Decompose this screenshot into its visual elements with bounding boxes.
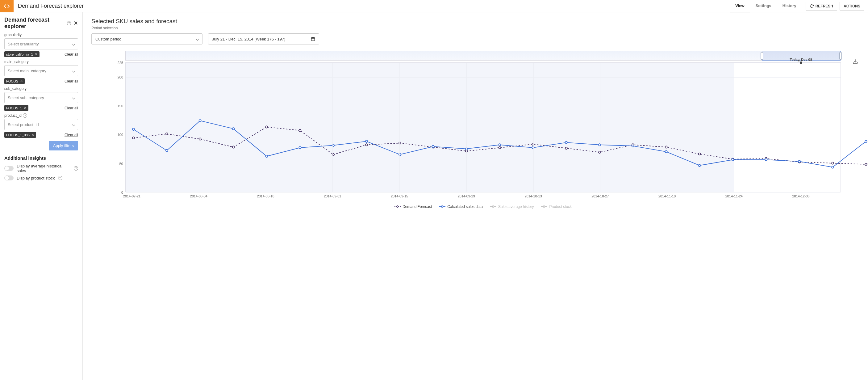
x-tick-label: 2014-09-15 [391,194,408,198]
sidebar-title-text: Demand forecast explorer [4,17,65,30]
svg-point-48 [732,158,734,160]
svg-point-7 [199,138,201,140]
toggle-switch-0[interactable] [4,166,13,171]
svg-point-50 [798,160,800,163]
filter-select-granularity[interactable]: Select granularity [4,38,78,50]
chip-remove-icon[interactable]: ✕ [20,79,23,83]
header-tab-settings[interactable]: Settings [750,0,777,12]
chevron-down-icon [72,123,75,126]
legend-item[interactable]: Calculated sales data [439,205,483,209]
svg-point-52 [865,140,867,142]
chart-minimap[interactable] [125,51,841,61]
y-tick-label: 0 [121,191,123,194]
svg-point-35 [299,146,301,149]
code-icon [3,3,10,9]
filter-placeholder: Select main_category [8,68,46,73]
x-tick-label: 2014-10-27 [591,194,609,198]
legend-marker [541,205,547,208]
period-mode-select[interactable]: Custom period [91,33,203,45]
filter-granularity: granularitySelect granularitystore_calif… [4,33,78,57]
header-tab-history[interactable]: History [777,0,802,12]
svg-point-22 [699,153,701,155]
chip-remove-icon[interactable]: ✕ [35,52,38,56]
filter-sub_category: sub_categorySelect sub_categoryFOODS_1✕C… [4,87,78,111]
chart-plot[interactable]: Today, Dec 08 0501001502002252014-07-212… [125,62,841,192]
help-icon[interactable]: ? [67,21,71,25]
svg-point-38 [399,153,401,156]
filter-label-main_category: main_category [4,60,78,64]
help-icon[interactable]: ? [74,166,78,171]
help-icon[interactable]: ? [58,176,62,180]
filter-select-main_category[interactable]: Select main_category [4,65,78,76]
filter-main_category: main_categorySelect main_categoryFOODS✕C… [4,60,78,84]
clear-all-main_category[interactable]: Clear all [64,79,78,83]
refresh-label: REFRESH [815,4,833,8]
header-actions: REFRESH ACTIONS [802,2,868,10]
svg-point-39 [432,146,434,148]
chevron-down-icon [72,69,75,72]
clear-all-sub_category[interactable]: Clear all [64,106,78,110]
additional-insights-heading: Additional insights [4,155,78,160]
filter-placeholder: Select product_id [8,122,39,127]
y-tick-label: 150 [118,104,123,108]
x-tick-label: 2014-09-29 [458,194,475,198]
filter-chip-main_category[interactable]: FOODS✕ [4,78,25,84]
header-tabs: ViewSettingsHistory [730,0,802,12]
filter-label-granularity: granularity [4,33,78,37]
filter-select-product_id[interactable]: Select product_id [4,119,78,130]
toggle-label-1: Display product stock [17,176,55,180]
header-tab-view[interactable]: View [730,0,750,12]
period-mode-value: Custom period [95,37,122,41]
x-tick-label: 2014-07-21 [123,194,141,198]
svg-point-41 [498,144,501,146]
chip-remove-icon[interactable]: ✕ [24,106,27,110]
legend-item[interactable]: Demand Forecast [395,205,432,209]
toggle-label-0: Display average historical sales [17,164,71,173]
legend-label: Product stock [549,205,572,209]
apply-filters-button[interactable]: Apply filters [49,141,78,150]
chevron-down-icon [72,96,75,99]
main-area: Selected SKU sales and forecast Period s… [83,12,868,380]
svg-point-16 [498,146,501,149]
minimap-handle-right[interactable] [839,52,842,60]
x-tick-label: 2014-11-10 [658,194,676,198]
date-range-value: July 21 - Dec. 15, 2014 (Week 176 - 197) [212,37,285,41]
legend-item[interactable]: Sales average history [490,205,534,209]
x-tick-label: 2014-10-13 [524,194,542,198]
help-icon[interactable]: ? [23,113,27,118]
calendar-icon [311,37,315,41]
clear-all-product_id[interactable]: Clear all [64,133,78,137]
legend-label: Demand Forecast [403,205,432,209]
chart-svg [126,63,840,192]
download-icon[interactable] [852,59,858,65]
refresh-icon [810,4,814,8]
svg-point-10 [299,129,301,131]
chevron-down-icon [196,37,199,40]
chart-title: Selected SKU sales and forecast [91,18,859,25]
legend-item[interactable]: Product stock [541,205,572,209]
sidebar-title: Demand forecast explorer ? [4,17,71,30]
filter-chip-product_id[interactable]: FOODS_1_085✕ [4,132,36,138]
minimap-handle-left[interactable] [761,52,763,60]
chip-remove-icon[interactable]: ✕ [31,133,34,137]
app-logo [0,0,13,12]
refresh-button[interactable]: REFRESH [806,2,837,10]
svg-point-51 [832,166,834,168]
svg-point-27 [865,163,867,165]
toggle-switch-1[interactable] [4,175,13,180]
svg-point-33 [232,127,235,130]
svg-point-49 [765,158,767,160]
legend-label: Sales average history [498,205,534,209]
svg-point-43 [565,142,567,144]
actions-button[interactable]: ACTIONS [840,2,864,10]
filter-chip-granularity[interactable]: store_california_1✕ [4,51,39,57]
sidebar: Demand forecast explorer ? ✕ granularity… [0,12,83,380]
filter-select-sub_category[interactable]: Select sub_category [4,92,78,103]
filter-chip-sub_category[interactable]: FOODS_1✕ [4,105,28,111]
date-range-select[interactable]: July 21 - Dec. 15, 2014 (Week 176 - 197) [208,33,319,45]
x-tick-label: 2014-11-24 [725,194,743,198]
clear-all-granularity[interactable]: Clear all [64,52,78,57]
close-icon[interactable]: ✕ [71,19,78,27]
svg-point-31 [166,149,168,152]
legend-marker [395,205,401,208]
